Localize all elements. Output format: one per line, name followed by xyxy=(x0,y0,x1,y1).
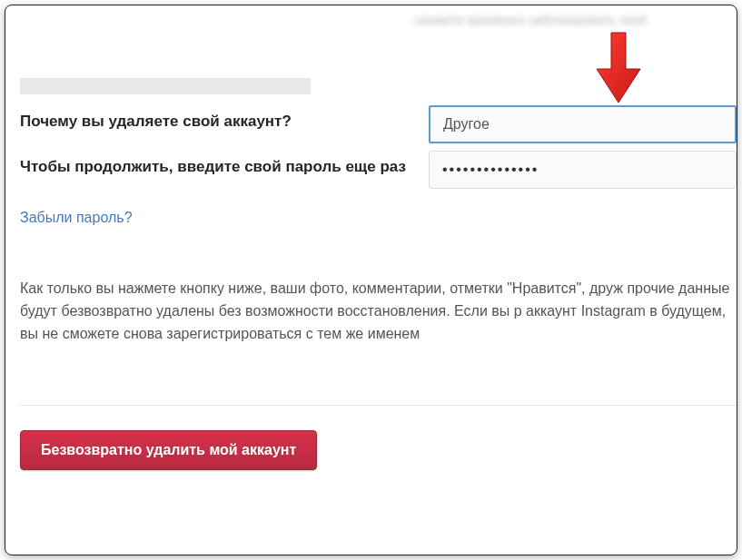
password-label: Чтобы продолжить, введите свой пароль ещ… xyxy=(20,151,429,176)
blurred-top-text: сможете временно заблокировать свой xyxy=(414,13,737,29)
delete-account-button[interactable]: Безвозвратно удалить мой аккаунт xyxy=(20,430,317,470)
deletion-warning-text: Как только вы нажмете кнопку ниже, ваши … xyxy=(20,278,737,345)
reason-row: Почему вы удаляете свой аккаунт? Другое xyxy=(20,105,737,143)
reason-select[interactable]: Другое xyxy=(429,105,737,143)
arrow-down-icon xyxy=(591,28,646,105)
forgot-password-link[interactable]: Забыли пароль? xyxy=(20,210,133,226)
reason-label: Почему вы удаляете свой аккаунт? xyxy=(20,105,429,131)
password-input[interactable] xyxy=(429,151,737,189)
redacted-username-bar xyxy=(20,78,311,94)
divider xyxy=(20,405,737,406)
password-row: Чтобы продолжить, введите свой пароль ещ… xyxy=(20,151,737,189)
